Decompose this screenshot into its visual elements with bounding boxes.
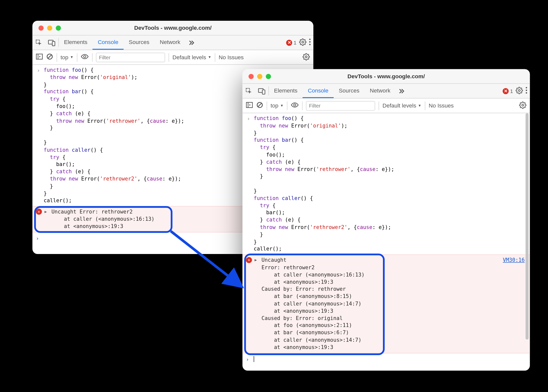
sidebar-toggle-icon[interactable] — [246, 102, 253, 109]
error-count: 1 — [294, 40, 297, 46]
zoom-button[interactable] — [56, 25, 61, 30]
filter-input[interactable] — [96, 52, 165, 62]
settings-gear-icon[interactable] — [299, 38, 306, 47]
svg-point-4 — [309, 38, 311, 40]
inspect-icon[interactable] — [33, 36, 46, 50]
text-cursor — [254, 356, 254, 362]
tab-list: Elements Console Sources Network — [269, 84, 396, 98]
svg-point-6 — [309, 44, 311, 45]
tab-sources[interactable]: Sources — [124, 36, 155, 50]
console-output: › function foo() { throw new Error('orig… — [242, 113, 530, 371]
zoom-button[interactable] — [266, 74, 271, 79]
error-text: Uncaught Error: rethrower2 at caller (<a… — [52, 208, 155, 230]
issues-button[interactable]: No Issues — [429, 102, 454, 109]
tab-list: Elements Console Sources Network — [59, 36, 186, 50]
traffic-lights — [33, 25, 61, 30]
chevron-down-icon: ▼ — [418, 104, 421, 108]
expand-icon[interactable]: ▶ — [45, 208, 49, 230]
svg-point-18 — [526, 90, 527, 91]
error-icon: ✕ — [36, 209, 42, 215]
context-selector[interactable]: top ▼ — [271, 102, 284, 109]
tab-network[interactable]: Network — [155, 36, 186, 50]
device-toggle-icon[interactable] — [255, 84, 268, 98]
chevron-down-icon: ▼ — [280, 104, 284, 108]
more-tabs-icon[interactable] — [396, 84, 408, 98]
tab-elements[interactable]: Elements — [59, 36, 93, 50]
svg-rect-15 — [262, 90, 265, 94]
svg-point-11 — [84, 56, 86, 58]
kebab-menu-icon[interactable] — [309, 38, 311, 47]
expand-icon[interactable]: ▶ — [255, 257, 259, 351]
code-text: function foo() { throw new Error('origin… — [44, 66, 184, 204]
titlebar: DevTools - www.google.com/ — [33, 21, 313, 36]
traffic-lights — [242, 74, 271, 79]
kebab-menu-icon[interactable] — [525, 87, 527, 95]
svg-rect-2 — [52, 41, 55, 46]
inspect-icon[interactable] — [242, 84, 255, 98]
titlebar: DevTools - www.google.com/ — [242, 69, 530, 84]
tab-sources[interactable]: Sources — [334, 84, 365, 98]
scrollbar[interactable] — [525, 113, 529, 371]
clear-console-icon[interactable] — [256, 102, 263, 110]
device-toggle-icon[interactable] — [45, 36, 58, 50]
code-entry: › function foo() { throw new Error('orig… — [242, 113, 530, 254]
chevron-down-icon: ▼ — [70, 55, 74, 59]
sidebar-toggle-icon[interactable] — [36, 54, 43, 61]
tab-console[interactable]: Console — [93, 36, 124, 50]
source-link[interactable]: VM30:16 — [503, 257, 524, 264]
error-count-badge[interactable]: ✕ 1 — [286, 40, 296, 46]
code-text: function foo() { throw new Error('origin… — [254, 115, 394, 253]
svg-point-24 — [294, 104, 296, 106]
error-message[interactable]: ✕ ▶ Uncaught Error: rethrower2 at caller… — [242, 254, 530, 353]
error-icon: ✕ — [246, 257, 252, 263]
settings-gear-icon[interactable] — [516, 86, 523, 95]
tab-elements[interactable]: Elements — [269, 84, 303, 98]
error-count-badge[interactable]: ✕ 1 — [503, 88, 513, 94]
svg-point-17 — [526, 87, 527, 88]
svg-line-10 — [48, 55, 52, 58]
input-chevron-icon: › — [246, 115, 251, 253]
log-levels-selector[interactable]: Default levels ▼ — [172, 54, 211, 60]
minimize-button[interactable] — [257, 74, 262, 79]
tab-console[interactable]: Console — [303, 84, 334, 98]
svg-point-3 — [302, 41, 304, 43]
live-expression-icon[interactable] — [81, 54, 89, 61]
log-levels-selector[interactable]: Default levels ▼ — [382, 102, 421, 109]
console-toolbar: top ▼ Default levels ▼ No Issues — [242, 98, 530, 113]
prompt-chevron-icon: › — [246, 356, 251, 363]
devtools-tabbar: Elements Console Sources Network ✕ 1 — [33, 36, 313, 50]
context-selector[interactable]: top ▼ — [61, 54, 74, 60]
prompt-chevron-icon: › — [36, 235, 41, 242]
live-expression-icon[interactable] — [291, 102, 299, 109]
close-button[interactable] — [39, 25, 44, 30]
issues-button[interactable]: No Issues — [219, 54, 244, 60]
filter-input[interactable] — [306, 101, 375, 110]
window-title: DevTools - www.google.com/ — [242, 73, 530, 80]
window-title: DevTools - www.google.com/ — [33, 24, 313, 31]
close-button[interactable] — [249, 74, 254, 79]
clear-console-icon[interactable] — [46, 53, 53, 62]
svg-line-23 — [258, 103, 262, 107]
chevron-down-icon: ▼ — [208, 55, 211, 59]
svg-point-12 — [305, 56, 307, 58]
console-prompt[interactable]: › — [242, 353, 530, 366]
svg-point-25 — [522, 104, 523, 106]
console-settings-gear-icon[interactable] — [303, 53, 310, 62]
devtools-tabbar: Elements Console Sources Network ✕ 1 — [242, 84, 530, 98]
input-chevron-icon: › — [36, 66, 41, 204]
error-text: Uncaught Error: rethrower2 at caller (<a… — [261, 257, 364, 351]
console-toolbar: top ▼ Default levels ▼ No Issues — [33, 50, 313, 65]
minimize-button[interactable] — [47, 25, 52, 30]
tab-network[interactable]: Network — [365, 84, 396, 98]
devtools-window-after: DevTools - www.google.com/ Elements Cons… — [242, 69, 530, 370]
more-tabs-icon[interactable] — [186, 36, 198, 50]
error-count: 1 — [510, 88, 513, 94]
svg-point-19 — [526, 92, 527, 94]
svg-point-16 — [518, 89, 520, 91]
svg-point-5 — [309, 41, 311, 43]
scrollbar-thumb[interactable] — [525, 113, 528, 340]
console-settings-gear-icon[interactable] — [519, 101, 526, 110]
